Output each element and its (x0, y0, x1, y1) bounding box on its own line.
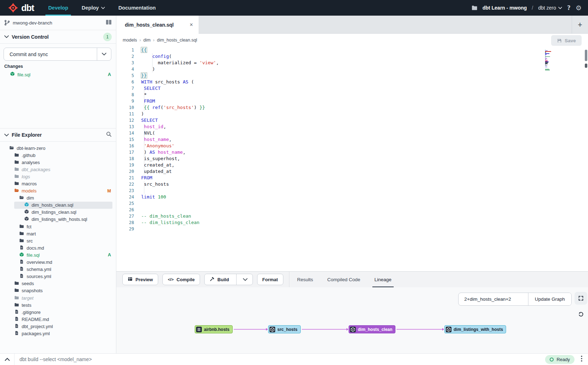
line-number: 15 (116, 136, 134, 143)
tree-item-docs-md[interactable]: docs.md (0, 244, 116, 251)
compile-button[interactable]: </>Compile (162, 274, 200, 285)
tree-item-snapshots[interactable]: snapshots (0, 287, 116, 294)
tree-item-src[interactable]: src (0, 237, 116, 244)
breadcrumb-segment[interactable]: dim (143, 38, 150, 43)
docs-panel-icon[interactable] (106, 20, 112, 26)
commit-options-caret[interactable] (97, 48, 111, 60)
search-icon[interactable] (106, 131, 112, 138)
button-label: Compile (177, 277, 195, 282)
reset-view-icon[interactable] (575, 308, 587, 321)
tree-item-overview-md[interactable]: overview.md (0, 259, 116, 266)
tree-item-dbt-learn-zero[interactable]: dbt-learn-zero (0, 145, 116, 152)
editor-minimap[interactable] (545, 50, 556, 71)
format-button[interactable]: Format (257, 274, 283, 285)
chevron-up-icon[interactable] (0, 358, 14, 361)
tree-item-sources-yml[interactable]: sources.yml (0, 273, 116, 280)
update-graph-button[interactable]: Update Graph (528, 293, 571, 305)
tree-item-macros[interactable]: macros (0, 180, 116, 187)
model-cube-icon (24, 216, 29, 222)
tab-results[interactable]: Results (296, 272, 314, 287)
lineage-node-airbnb-hosts[interactable]: airbnb.hosts (195, 325, 233, 333)
tree-item-target[interactable]: target (0, 294, 116, 301)
code-editor[interactable]: 1{{2 config(3 materialized = 'view',4 )5… (116, 46, 588, 271)
indent-guide (144, 98, 144, 104)
tree-item-dbt-project-yml[interactable]: dbt_project.yml (0, 323, 116, 330)
lineage-node-dim-listings-with-hosts[interactable]: dim_listings_with_hosts (444, 325, 506, 333)
build-options-caret[interactable] (239, 278, 248, 281)
code-text: is_superhost, (141, 156, 180, 162)
fullscreen-icon[interactable] (575, 292, 587, 305)
command-input[interactable] (20, 356, 473, 362)
preview-button[interactable]: Preview (122, 274, 158, 285)
line-number: 21 (116, 175, 134, 181)
editor-scrollbar[interactable] (584, 47, 588, 269)
tab-lineage[interactable]: Lineage (374, 272, 392, 287)
environment-select[interactable]: dbt zero (538, 5, 562, 11)
code-line-8: 8 * (116, 92, 219, 98)
code-line-16: 16 'Anonymous' (116, 143, 219, 149)
help-icon[interactable]: ? (567, 4, 571, 11)
lineage-node-dim-hosts-clean[interactable]: dim_hosts_clean (349, 325, 395, 333)
branch-row[interactable]: mwong-dev-branch (0, 16, 116, 30)
tree-item-packages-yml[interactable]: packages.yml (0, 330, 116, 337)
code-line-1: 1{{ (116, 47, 219, 53)
tab-compiled-code[interactable]: Compiled Code (327, 272, 361, 287)
save-button[interactable]: Save (551, 35, 582, 46)
code-text: ) AS host_name, (141, 149, 185, 156)
new-tab-button[interactable]: + (572, 16, 588, 34)
tab-dim-hosts-clean[interactable]: dim_hosts_clean.sql × (116, 16, 199, 34)
tree-item-dbt-packages[interactable]: dbt_packages (0, 166, 116, 173)
save-label: Save (565, 38, 576, 43)
result-tabs: ResultsCompiled CodeLineage (296, 272, 392, 287)
tree-item--gitignore[interactable]: .gitignore (0, 309, 116, 316)
changed-file-row[interactable]: file.sqlA (0, 71, 116, 78)
project-name[interactable]: dbt Learn - mwong (482, 5, 527, 11)
lineage-panel: Update Graph airbnb.hostssrc_hostsdim_ho… (116, 287, 588, 353)
button-label: Preview (135, 277, 153, 282)
nav-item-documentation[interactable]: Documentation (118, 0, 156, 16)
file-explorer-header[interactable]: File Explorer (0, 128, 116, 142)
git-branch-icon (4, 20, 10, 26)
indent-guide (144, 85, 144, 92)
version-control-header[interactable]: Version Control 1 (0, 30, 116, 44)
code-line-14: 14 NVL( (116, 130, 219, 136)
close-tab-icon[interactable]: × (190, 22, 193, 28)
breadcrumb-segment[interactable]: models (123, 38, 137, 43)
tree-item-dim-hosts-clean-sql[interactable]: dim_hosts_clean.sql (0, 202, 116, 209)
tree-item-file-sql[interactable]: file.sqlA (0, 251, 116, 258)
tree-item-logs[interactable]: logs (0, 173, 116, 180)
nav-item-develop[interactable]: Develop (48, 0, 68, 16)
commit-and-sync-button[interactable]: Commit and sync (4, 48, 111, 61)
breadcrumb-segment[interactable]: dim_hosts_clean.sql (157, 38, 197, 43)
build-button[interactable]: Build (204, 274, 253, 285)
status-badge[interactable]: Ready (545, 355, 575, 364)
tree-item-dim-listings-with-hosts-sql[interactable]: dim_listings_with_hosts.sql (0, 216, 116, 223)
project-separator: / (532, 5, 533, 11)
code-line-3: 3 materialized = 'view', (116, 60, 219, 66)
tree-item-dim[interactable]: dim (0, 195, 116, 202)
tree-item-label: mart (27, 231, 36, 236)
lineage-node-src-hosts[interactable]: src_hosts (268, 325, 301, 333)
node-label: src_hosts (277, 327, 298, 332)
tree-item-seeds[interactable]: seeds (0, 280, 116, 287)
tree-item--github[interactable]: .github (0, 152, 116, 159)
gear-icon[interactable]: ⚙ (576, 4, 582, 12)
kebab-menu-icon[interactable] (581, 355, 582, 363)
tree-item-models[interactable]: modelsM (0, 187, 116, 195)
tree-item-fct[interactable]: fct (0, 223, 116, 230)
folder-icon (19, 238, 24, 244)
tree-item-tests[interactable]: tests (0, 301, 116, 309)
dbt-logo[interactable]: dbt (8, 2, 34, 13)
changes-count-badge: 1 (103, 33, 112, 41)
tree-item-label: schema.yml (27, 267, 51, 272)
tree-item-analyses[interactable]: analyses (0, 159, 116, 166)
file-icon (14, 316, 19, 322)
lineage-filter-input[interactable] (459, 293, 528, 305)
scrollbar-mark (585, 64, 587, 68)
tree-item-mart[interactable]: mart (0, 230, 116, 237)
nav-item-deploy[interactable]: Deploy (82, 0, 105, 16)
tree-item-readme-md[interactable]: README.md (0, 316, 116, 323)
tree-item-dim-listings-clean-sql[interactable]: dim_listings_clean.sql (0, 209, 116, 216)
tree-item-schema-yml[interactable]: schema.yml (0, 266, 116, 273)
scrollbar-thumb[interactable] (585, 50, 587, 61)
